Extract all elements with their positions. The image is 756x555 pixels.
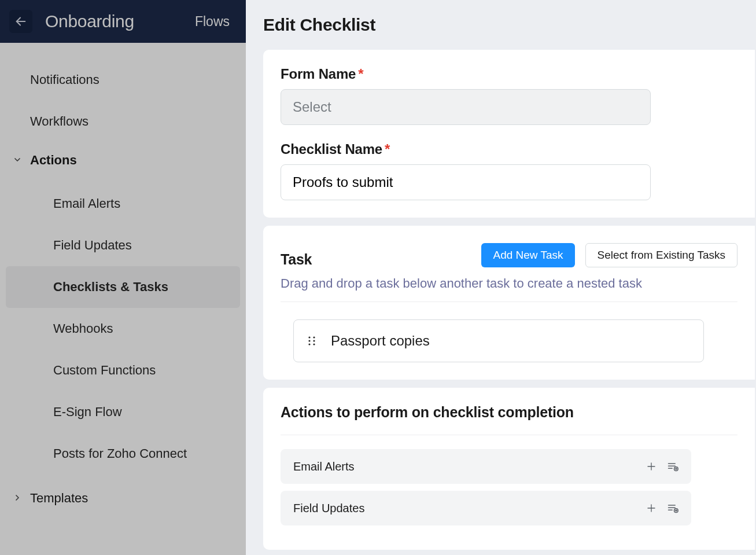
completion-action-icons	[646, 461, 678, 472]
task-buttons: Add New Task Select from Existing Tasks	[481, 243, 737, 267]
nav-email-alerts[interactable]: Email Alerts	[6, 183, 240, 225]
form-name-select[interactable]: Select	[281, 89, 651, 125]
nav-templates-group[interactable]: Templates	[0, 480, 246, 516]
nav-actions-group[interactable]: Actions	[0, 142, 246, 178]
checklist-name-input-wrapper	[281, 164, 651, 200]
list-add-icon[interactable]	[667, 503, 678, 513]
nav-actions-label: Actions	[30, 153, 77, 168]
nav-posts-zoho-connect[interactable]: Posts for Zoho Connect	[6, 433, 240, 475]
module-title: Onboarding	[45, 12, 195, 31]
form-name-placeholder: Select	[293, 99, 331, 115]
panel-title: Edit Checklist	[246, 0, 756, 50]
completion-actions-title: Actions to perform on checklist completi…	[281, 404, 737, 435]
add-new-task-button[interactable]: Add New Task	[481, 243, 574, 267]
task-hint-text: Drag and drop a task below another task …	[281, 276, 737, 302]
checklist-name-input[interactable]	[293, 174, 639, 190]
form-name-field: Form Name* Select	[281, 66, 737, 125]
completion-action-label: Field Updates	[293, 502, 646, 515]
flows-link[interactable]: Flows	[195, 14, 230, 30]
nav-templates-label: Templates	[30, 491, 88, 506]
task-card: Task Add New Task Select from Existing T…	[263, 226, 755, 380]
list-add-icon[interactable]	[667, 461, 678, 472]
completion-actions-card: Actions to perform on checklist completi…	[263, 388, 755, 550]
required-asterisk: *	[358, 66, 363, 82]
nav-webhooks[interactable]: Webhooks	[6, 308, 240, 350]
completion-action-row-field-updates[interactable]: Field Updates	[281, 491, 691, 525]
svg-point-2	[313, 336, 315, 338]
checklist-name-label-text: Checklist Name	[281, 141, 382, 157]
sidebar-header: Onboarding Flows	[0, 0, 246, 43]
completion-action-icons	[646, 503, 678, 513]
nav-custom-functions[interactable]: Custom Functions	[6, 350, 240, 391]
chevron-right-icon	[13, 491, 22, 506]
nav-actions-children: Email Alerts Field Updates Checklists & …	[0, 178, 246, 475]
checklist-name-field: Checklist Name*	[281, 141, 737, 200]
svg-point-1	[308, 336, 310, 338]
nav-workflows[interactable]: Workflows	[0, 101, 246, 142]
completion-action-row-email-alerts[interactable]: Email Alerts	[281, 449, 691, 484]
select-existing-tasks-button[interactable]: Select from Existing Tasks	[585, 243, 737, 267]
plus-icon[interactable]	[646, 503, 657, 513]
task-section-title: Task	[281, 251, 312, 268]
svg-point-6	[313, 343, 315, 345]
arrow-left-icon	[14, 15, 27, 28]
edit-checklist-panel: Edit Checklist Form Name* Select Checkli…	[246, 0, 756, 555]
completion-action-label: Email Alerts	[293, 460, 646, 473]
form-name-label: Form Name*	[281, 66, 737, 82]
svg-point-3	[308, 340, 310, 341]
nav-esign-flow[interactable]: E-Sign Flow	[6, 391, 240, 433]
required-asterisk: *	[385, 141, 390, 157]
task-header-row: Task Add New Task Select from Existing T…	[281, 242, 737, 268]
checklist-details-card: Form Name* Select Checklist Name*	[263, 50, 755, 218]
nav-checklists-tasks[interactable]: Checklists & Tasks	[6, 266, 240, 308]
nav-notifications[interactable]: Notifications	[0, 59, 246, 101]
sidebar-nav: Notifications Workflows Actions Email Al…	[0, 43, 246, 516]
form-name-label-text: Form Name	[281, 66, 356, 82]
svg-point-5	[308, 343, 310, 345]
plus-icon[interactable]	[646, 461, 657, 472]
task-row[interactable]: Passport copies	[293, 319, 704, 362]
nav-field-updates[interactable]: Field Updates	[6, 225, 240, 266]
sidebar: Onboarding Flows Notifications Workflows…	[0, 0, 246, 555]
svg-point-4	[313, 340, 315, 341]
task-name: Passport copies	[331, 333, 430, 349]
checklist-name-label: Checklist Name*	[281, 141, 737, 157]
back-button[interactable]	[9, 10, 32, 33]
chevron-down-icon	[13, 153, 22, 168]
drag-handle-icon[interactable]	[308, 336, 317, 346]
